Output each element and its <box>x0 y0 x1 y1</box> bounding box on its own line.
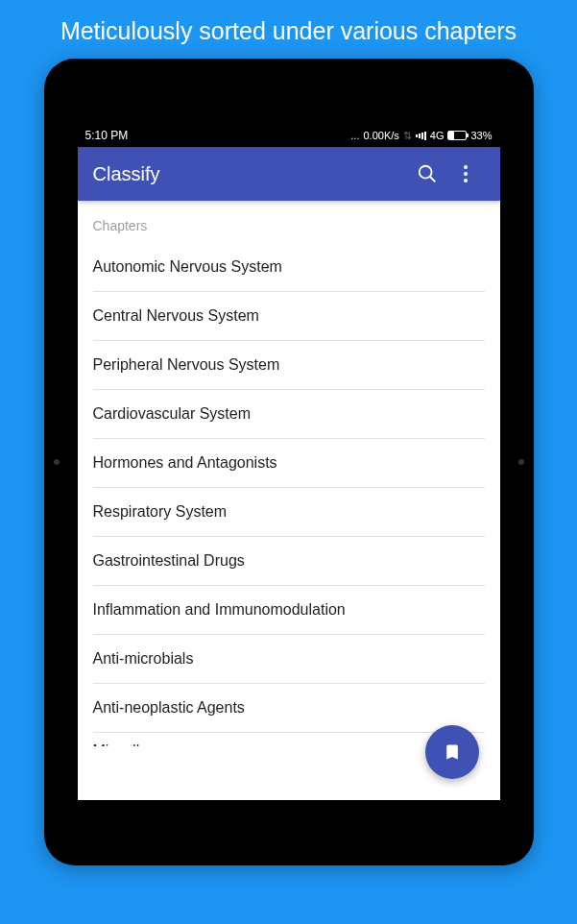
content-area: Chapters Autonomic Nervous System Centra… <box>78 201 500 800</box>
list-item[interactable]: Central Nervous System <box>93 292 485 341</box>
search-icon <box>417 163 438 184</box>
promo-headline: Meticulously sorted under various chapte… <box>0 0 577 59</box>
search-button[interactable] <box>408 155 446 193</box>
list-item[interactable]: Peripheral Nervous System <box>93 341 485 390</box>
list-item[interactable]: Hormones and Antagonists <box>93 439 485 488</box>
section-header: Chapters <box>78 201 500 243</box>
svg-line-1 <box>429 177 435 182</box>
list-item[interactable]: Autonomic Nervous System <box>93 243 485 292</box>
status-network: 4G <box>430 130 445 141</box>
bookmark-icon <box>443 742 462 762</box>
tablet-camera-dot <box>54 459 60 465</box>
signal-icon <box>416 131 426 140</box>
device-screen: 5:10 PM ... 0.00K/s ⇅ 4G 33% Class <box>78 124 500 800</box>
updown-icon: ⇅ <box>403 130 412 142</box>
tablet-sensor-dot <box>518 459 524 465</box>
list-item[interactable]: Respiratory System <box>93 488 485 537</box>
svg-point-0 <box>419 166 431 179</box>
list-item[interactable]: Anti-microbials <box>93 635 485 684</box>
battery-icon <box>447 131 467 140</box>
app-title: Classify <box>93 163 408 185</box>
status-time: 5:10 PM <box>85 129 129 142</box>
status-dots: ... <box>350 130 359 141</box>
overflow-menu-button[interactable] <box>446 155 485 193</box>
overflow-icon <box>464 165 468 182</box>
tablet-frame: 5:10 PM ... 0.00K/s ⇅ 4G 33% Class <box>44 59 534 865</box>
status-indicators: ... 0.00K/s ⇅ 4G 33% <box>350 130 492 142</box>
list-item[interactable]: Cardiovascular System <box>93 390 485 439</box>
app-bar: Classify <box>78 147 500 201</box>
status-battery-pct: 33% <box>470 130 492 141</box>
list-item[interactable]: Gastrointestinal Drugs <box>93 537 485 586</box>
bookmark-fab[interactable] <box>425 725 479 779</box>
list-item[interactable]: Anti-neoplastic Agents <box>93 684 485 733</box>
list-item[interactable]: Inflammation and Immunomodulation <box>93 586 485 635</box>
status-bar: 5:10 PM ... 0.00K/s ⇅ 4G 33% <box>78 124 500 147</box>
status-data-rate: 0.00K/s <box>363 130 398 141</box>
